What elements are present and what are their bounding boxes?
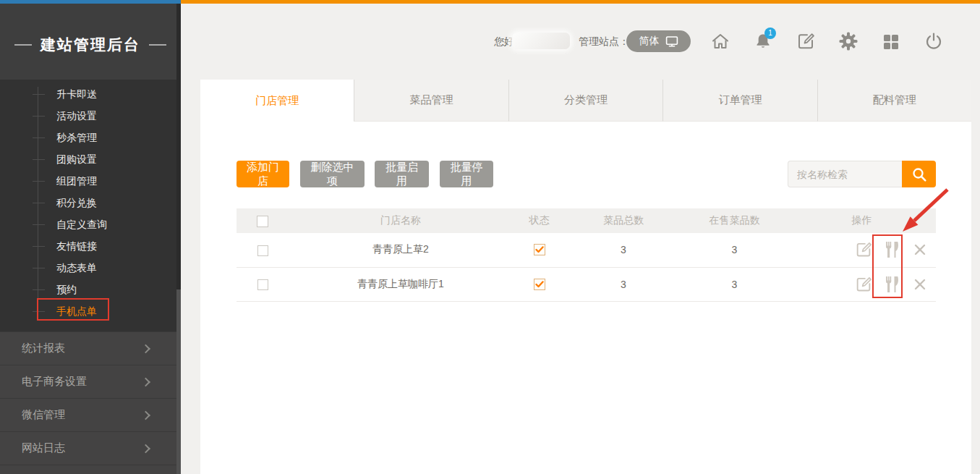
sidebar-item-group-buy[interactable]: 团购设置 — [0, 148, 176, 170]
delete-x-icon[interactable] — [913, 243, 926, 256]
sidebar-item-flash-sale[interactable]: 秒杀管理 — [0, 127, 176, 148]
redacted-username — [512, 33, 570, 49]
tree-tick — [33, 181, 45, 182]
dining-icon[interactable] — [884, 275, 903, 294]
app-title: 建站管理后台 — [41, 35, 140, 55]
table-row: 青青原上草2 3 3 — [237, 233, 936, 267]
search-bar — [788, 161, 936, 187]
select-all-checkbox[interactable] — [257, 216, 268, 227]
dish-onsale-cell: 3 — [681, 267, 788, 301]
notifications-button[interactable]: 1 — [753, 31, 773, 51]
row-checkbox[interactable] — [257, 245, 268, 256]
section-label: 网站日志 — [22, 441, 65, 455]
dish-onsale-cell: 3 — [681, 233, 788, 267]
settings-button[interactable] — [838, 31, 858, 51]
section-label: 电子商务设置 — [22, 375, 87, 389]
col-operations: 操作 — [788, 208, 936, 233]
tree-tick — [33, 289, 45, 290]
sidebar-item-label: 手机点单 — [56, 300, 97, 322]
sidebar-section-ecommerce[interactable]: 电子商务设置 — [0, 365, 176, 398]
status-checkbox-checked[interactable] — [534, 279, 545, 290]
col-dish-total: 菜品总数 — [566, 208, 681, 233]
section-label: 微信管理 — [22, 408, 65, 422]
tab-store-management[interactable]: 门店管理 — [200, 80, 354, 122]
logo-dash-left — [14, 44, 32, 46]
sidebar-item-activity-settings[interactable]: 活动设置 — [0, 105, 176, 127]
sidebar-item-points-exchange[interactable]: 积分兑换 — [0, 192, 176, 213]
col-status: 状态 — [513, 208, 566, 233]
sidebar-item-friend-links[interactable]: 友情链接 — [0, 235, 176, 257]
edit-icon[interactable] — [854, 275, 873, 294]
sidebar-item-label: 升卡即送 — [56, 83, 97, 105]
chevron-right-icon — [141, 377, 150, 386]
col-dish-onsale: 在售菜品数 — [681, 208, 788, 233]
edit-icon — [796, 31, 816, 51]
sidebar-item-label: 组团管理 — [56, 170, 97, 192]
sidebar-sections: 统计报表 电子商务设置 微信管理 网站日志 — [0, 331, 176, 474]
top-header: 您好 管理站点： 简体 1 — [181, 4, 980, 76]
edit-button[interactable] — [796, 31, 816, 51]
dining-icon[interactable] — [884, 240, 903, 259]
sidebar-item-label: 友情链接 — [56, 235, 97, 257]
edit-icon[interactable] — [854, 240, 873, 259]
check-icon — [535, 246, 544, 253]
sidebar-section-statistics[interactable]: 统计报表 — [0, 331, 176, 365]
sidebar-section-wechat[interactable]: 微信管理 — [0, 398, 176, 431]
sidebar-section-site-log[interactable]: 网站日志 — [0, 431, 176, 465]
dish-total-cell: 3 — [566, 233, 681, 267]
add-store-button[interactable]: 添加门店 — [237, 161, 289, 187]
home-button[interactable] — [710, 31, 730, 51]
tab-category-management[interactable]: 分类管理 — [508, 80, 662, 122]
language-label: 简体 — [639, 35, 660, 48]
search-button[interactable] — [902, 161, 936, 187]
content-panel: 门店管理 菜品管理 分类管理 订单管理 配料管理 添加门店 删除选中项 批量启用… — [200, 80, 971, 474]
apps-grid-icon — [881, 31, 901, 51]
language-site-button[interactable]: 简体 — [626, 30, 691, 52]
tab-ingredient-management[interactable]: 配料管理 — [817, 80, 971, 122]
sidebar-item-upgrade-card[interactable]: 升卡即送 — [0, 83, 176, 105]
tree-tick — [33, 224, 45, 225]
sidebar-item-label: 秒杀管理 — [56, 127, 97, 148]
row-operations — [788, 240, 936, 259]
chevron-right-icon — [141, 344, 150, 353]
sidebar-item-reservation[interactable]: 预约 — [0, 279, 176, 300]
batch-disable-button[interactable]: 批量停用 — [440, 161, 493, 187]
tree-tick — [33, 268, 45, 268]
status-checkbox-checked[interactable] — [534, 244, 545, 255]
table-row: 青青原上草咖啡厅1 3 3 — [237, 267, 936, 301]
search-input[interactable] — [788, 161, 902, 187]
search-icon — [911, 166, 927, 182]
tab-order-management[interactable]: 订单管理 — [662, 80, 817, 122]
tree-tick — [33, 116, 45, 117]
tree-tick — [33, 311, 45, 312]
row-operations — [788, 275, 936, 294]
batch-enable-button[interactable]: 批量启用 — [375, 161, 429, 187]
store-name-cell: 青青原上草咖啡厅1 — [289, 267, 513, 301]
store-name-cell: 青青原上草2 — [289, 233, 513, 267]
row-checkbox[interactable] — [257, 279, 268, 290]
sidebar-item-mobile-ordering[interactable]: 手机点单 — [0, 300, 176, 322]
toolbar: 添加门店 删除选中项 批量启用 批量停用 — [200, 161, 971, 187]
notification-badge: 1 — [764, 27, 776, 39]
tree-tick — [33, 137, 45, 138]
sidebar-item-custom-query[interactable]: 自定义查询 — [0, 213, 176, 235]
sidebar-item-dynamic-forms[interactable]: 动态表单 — [0, 257, 176, 279]
col-store-name: 门店名称 — [289, 208, 513, 233]
check-icon — [535, 281, 544, 288]
logout-button[interactable] — [924, 31, 944, 51]
managed-site-label: 管理站点： — [579, 35, 629, 48]
table-header-row: 门店名称 状态 菜品总数 在售菜品数 操作 — [237, 208, 936, 233]
sidebar-item-label: 团购设置 — [56, 148, 97, 170]
tree-tick — [33, 159, 45, 160]
sidebar-scrollbar-thumb[interactable] — [176, 289, 181, 474]
delete-selected-button[interactable]: 删除选中项 — [300, 161, 365, 187]
sidebar-item-label: 动态表单 — [56, 257, 97, 279]
monitor-icon — [665, 35, 678, 48]
apps-button[interactable] — [881, 31, 901, 51]
chevron-right-icon — [141, 444, 150, 453]
sidebar: 建站管理后台 升卡即送 活动设置 秒杀管理 团购设置 组团管理 积分兑换 自定义… — [0, 4, 181, 474]
sidebar-item-team-mgmt[interactable]: 组团管理 — [0, 170, 176, 192]
tree-tick — [33, 203, 45, 203]
tab-dish-management[interactable]: 菜品管理 — [354, 80, 508, 122]
delete-x-icon[interactable] — [913, 278, 926, 291]
